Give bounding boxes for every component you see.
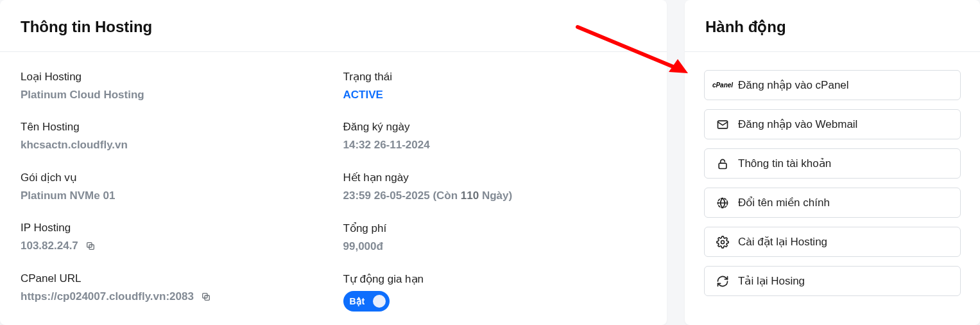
login-webmail-button[interactable]: Đăng nhập vào Webmail — [704, 109, 961, 139]
label: Trạng thái — [343, 70, 647, 83]
label: Gói dịch vụ — [21, 171, 324, 184]
value: https://cp024007.cloudfly.vn:2083 — [21, 290, 194, 303]
action-label: Đăng nhập vào cPanel — [738, 78, 849, 92]
info-auto-renew: Tự động gia hạn Bật — [343, 272, 647, 312]
value: 99,000đ — [343, 240, 647, 253]
hosting-info-panel: Thông tin Hosting Loại Hosting Platinum … — [0, 0, 667, 325]
actions-header: Hành động — [685, 0, 980, 52]
login-cpanel-button[interactable]: cPanel Đăng nhập vào cPanel — [704, 70, 961, 100]
auto-renew-toggle[interactable]: Bật — [343, 291, 390, 312]
copy-icon[interactable] — [85, 240, 96, 252]
cpanel-icon: cPanel — [716, 79, 729, 92]
expiry-unit: Ngày) — [479, 189, 512, 202]
globe-icon — [716, 197, 729, 209]
expiry-datetime: 23:59 26-05-2025 — [343, 189, 430, 202]
label: Loại Hosting — [21, 70, 324, 83]
value: khcsactn.cloudfly.vn — [21, 139, 324, 152]
change-domain-button[interactable]: Đổi tên miền chính — [704, 188, 961, 218]
reload-hosting-button[interactable]: Tải lại Hosing — [704, 266, 961, 296]
value: 23:59 26-05-2025 (Còn 110 Ngày) — [343, 189, 647, 202]
label: Tự động gia hạn — [343, 272, 647, 286]
copy-icon[interactable] — [200, 291, 212, 303]
toggle-knob — [371, 293, 388, 310]
value: Platinum Cloud Hosting — [21, 89, 324, 101]
expiry-days: 110 — [461, 189, 479, 202]
info-expiry-date: Hết hạn ngày 23:59 26-05-2025 (Còn 110 N… — [343, 171, 647, 202]
hosting-info-title: Thông tin Hosting — [21, 18, 646, 36]
label: IP Hosting — [21, 222, 324, 234]
info-status: Trạng thái ACTIVE — [343, 70, 647, 101]
actions-panel: Hành động cPanel Đăng nhập vào cPanel Đă… — [685, 0, 980, 325]
hosting-info-header: Thông tin Hosting — [0, 0, 667, 52]
info-hosting-name: Tên Hosting khcsactn.cloudfly.vn — [21, 121, 324, 152]
info-ip: IP Hosting 103.82.24.7 — [21, 222, 324, 253]
info-total-fee: Tổng phí 99,000đ — [343, 222, 647, 253]
value: 103.82.24.7 — [21, 240, 78, 252]
label: Hết hạn ngày — [343, 171, 647, 184]
label: Đăng ký ngày — [343, 121, 647, 134]
svg-point-7 — [721, 240, 725, 243]
action-label: Đăng nhập vào Webmail — [738, 118, 857, 131]
label: CPanel URL — [21, 272, 324, 285]
info-hosting-type: Loại Hosting Platinum Cloud Hosting — [21, 70, 324, 101]
toggle-label: Bật — [350, 296, 365, 306]
label: Tên Hosting — [21, 121, 324, 134]
expiry-open: (Còn — [433, 189, 460, 202]
action-label: Cài đặt lại Hosting — [738, 235, 827, 249]
info-package: Gói dịch vụ Platinum NVMe 01 — [21, 171, 324, 202]
action-label: Tải lại Hosing — [738, 274, 805, 288]
svg-rect-5 — [719, 163, 726, 168]
value: 14:32 26-11-2024 — [343, 139, 647, 152]
label: Tổng phí — [343, 222, 647, 235]
account-info-button[interactable]: Thông tin tài khoản — [704, 148, 961, 179]
action-label: Thông tin tài khoản — [738, 157, 831, 170]
reinstall-hosting-button[interactable]: Cài đặt lại Hosting — [704, 227, 961, 257]
mail-icon — [716, 118, 729, 131]
actions-title: Hành động — [705, 18, 959, 36]
refresh-icon — [716, 275, 729, 288]
gear-icon — [716, 236, 729, 249]
info-cpanel-url: CPanel URL https://cp024007.cloudfly.vn:… — [21, 272, 324, 312]
lock-icon — [716, 157, 729, 170]
value: ACTIVE — [343, 89, 647, 101]
value: Platinum NVMe 01 — [21, 189, 324, 202]
action-label: Đổi tên miền chính — [738, 196, 830, 209]
info-registered-date: Đăng ký ngày 14:32 26-11-2024 — [343, 121, 647, 152]
